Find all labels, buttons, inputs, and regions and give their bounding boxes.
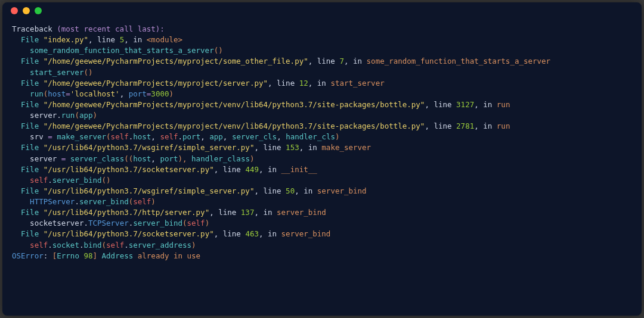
terminal-window: Traceback (most recent call last): File … [2,2,642,316]
window-title-bar [2,2,642,19]
traceback-frame-location: File "/usr/lib64/python3.7/socketserver.… [12,164,632,175]
traceback-frame-code: start_server() [12,67,632,78]
traceback-frame-code: self.socket.bind(self.server_address) [12,240,632,251]
traceback-frame-code: run(host='localhost', port=3000) [12,89,632,99]
traceback-frame-code: some_random_function_that_starts_a_serve… [12,45,632,56]
minimize-icon[interactable] [23,7,30,14]
traceback-frame-location: File "/usr/lib64/python3.7/http/server.p… [12,207,632,218]
traceback-frame-location: File "/home/geewee/PycharmProjects/mypro… [12,121,632,132]
maximize-icon[interactable] [35,7,42,14]
traceback-frame-code: socketserver.TCPServer.server_bind(self) [12,218,632,229]
traceback-frame-location: File "/usr/lib64/python3.7/wsgiref/simpl… [12,142,632,153]
traceback-frame-location: File "/home/geewee/PycharmProjects/mypro… [12,99,632,110]
traceback-header: Traceback (most recent call last): [12,24,632,35]
traceback-frame-code: self.server_bind() [12,175,632,186]
traceback-frame-location: File "/usr/lib64/python3.7/socketserver.… [12,229,632,239]
traceback-frame-code: server.run(app) [12,110,632,121]
traceback-frame-location: File "/usr/lib64/python3.7/wsgiref/simpl… [12,186,632,197]
traceback-frame-location: File "/home/geewee/PycharmProjects/mypro… [12,78,632,89]
traceback-frame-code: HTTPServer.server_bind(self) [12,197,632,207]
traceback-frame-code: server = server_class((host, port), hand… [12,154,632,164]
traceback-frame-location: File "/home/geewee/PycharmProjects/mypro… [12,56,632,67]
traceback-error: OSError: [Errno 98] Address already in u… [12,251,632,261]
terminal-output: Traceback (most recent call last): File … [2,19,642,266]
close-icon[interactable] [11,7,18,14]
traceback-frame-code: srv = make_server(self.host, self.port, … [12,132,632,142]
traceback-frame-location: File "index.py", line 5, in <module> [12,35,632,45]
